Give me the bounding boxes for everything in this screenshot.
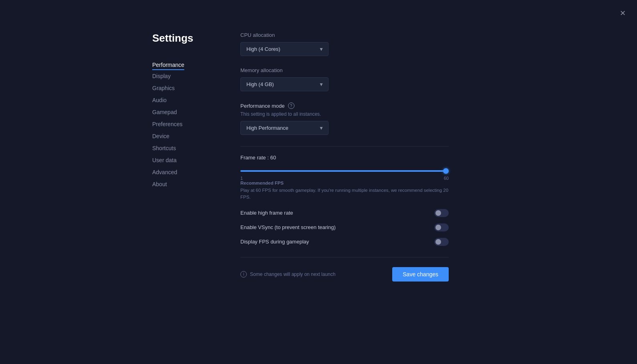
sidebar-item-preferences[interactable]: Preferences — [152, 118, 232, 130]
sidebar-item-device[interactable]: Device — [152, 130, 232, 142]
toggle-high-frame-rate[interactable] — [434, 209, 449, 217]
performance-mode-help-icon[interactable]: ? — [288, 103, 294, 109]
performance-mode-select-wrapper: Low Power Balanced High Performance ▼ — [240, 121, 329, 135]
sidebar: Settings Performance Display Graphics Au… — [152, 32, 232, 340]
cpu-allocation-select-wrapper: Low (1 Core) Medium (2 Cores) High (4 Co… — [240, 42, 329, 56]
sidebar-item-advanced[interactable]: Advanced — [152, 166, 232, 178]
footer-notice: i Some changes will apply on next launch — [240, 271, 335, 278]
save-changes-button[interactable]: Save changes — [392, 267, 449, 282]
recommended-fps-text: Play at 60 FPS for smooth gameplay. If y… — [240, 187, 449, 201]
slider-labels: 1 60 — [240, 176, 449, 181]
page-title: Settings — [152, 32, 232, 44]
footer-row: i Some changes will apply on next launch… — [240, 257, 449, 282]
close-button[interactable]: ✕ — [620, 10, 626, 17]
sidebar-item-about[interactable]: About — [152, 178, 232, 190]
cpu-allocation-select[interactable]: Low (1 Core) Medium (2 Cores) High (4 Co… — [240, 42, 329, 56]
performance-mode-section: Performance mode ? This setting is appli… — [240, 103, 449, 135]
toggle-label-high-frame-rate: Enable high frame rate — [240, 210, 293, 216]
slider-max-label: 60 — [444, 176, 449, 181]
footer-info-icon: i — [240, 271, 247, 278]
sidebar-item-graphics[interactable]: Graphics — [152, 82, 232, 94]
sidebar-item-gamepad[interactable]: Gamepad — [152, 106, 232, 118]
memory-allocation-select[interactable]: Low (1 GB) Medium (2 GB) High (4 GB) Ver… — [240, 77, 329, 91]
memory-allocation-label: Memory allocation — [240, 67, 449, 73]
memory-allocation-section: Memory allocation Low (1 GB) Medium (2 G… — [240, 67, 449, 91]
toggle-label-vsync: Enable VSync (to prevent screen tearing) — [240, 224, 336, 230]
sidebar-item-performance[interactable]: Performance — [152, 59, 184, 70]
sidebar-item-audio[interactable]: Audio — [152, 94, 232, 106]
settings-container: Settings Performance Display Graphics Au… — [0, 0, 637, 364]
cpu-allocation-section: CPU allocation Low (1 Core) Medium (2 Co… — [240, 32, 449, 56]
toggle-display-fps[interactable] — [434, 238, 449, 246]
toggle-vsync[interactable] — [434, 223, 449, 231]
toggle-row-display-fps: Display FPS during gameplay — [240, 238, 449, 246]
performance-mode-hint: This setting is applied to all instances… — [240, 111, 449, 117]
footer-notice-text: Some changes will apply on next launch — [250, 271, 335, 277]
frame-rate-header: Frame rate : 60 — [240, 155, 449, 161]
toggle-label-display-fps: Display FPS during gameplay — [240, 239, 309, 245]
sidebar-item-user-data[interactable]: User data — [152, 154, 232, 166]
content-area: CPU allocation Low (1 Core) Medium (2 Co… — [232, 32, 473, 340]
performance-mode-label-text: Performance mode — [240, 103, 285, 109]
frame-rate-section: Frame rate : 60 1 60 Recommended FPS Pla… — [240, 155, 449, 246]
performance-mode-select[interactable]: Low Power Balanced High Performance — [240, 121, 329, 135]
sidebar-item-shortcuts[interactable]: Shortcuts — [152, 142, 232, 154]
sidebar-item-display[interactable]: Display — [152, 70, 232, 82]
recommended-fps-label: Recommended FPS — [240, 181, 449, 185]
slider-min-label: 1 — [240, 176, 243, 181]
memory-allocation-select-wrapper: Low (1 GB) Medium (2 GB) High (4 GB) Ver… — [240, 77, 329, 91]
frame-rate-slider[interactable] — [240, 170, 449, 172]
cpu-allocation-label: CPU allocation — [240, 32, 449, 38]
performance-mode-label-row: Performance mode ? — [240, 103, 449, 109]
divider — [240, 146, 449, 147]
toggle-row-high-frame-rate: Enable high frame rate — [240, 209, 449, 217]
toggle-row-vsync: Enable VSync (to prevent screen tearing) — [240, 223, 449, 231]
